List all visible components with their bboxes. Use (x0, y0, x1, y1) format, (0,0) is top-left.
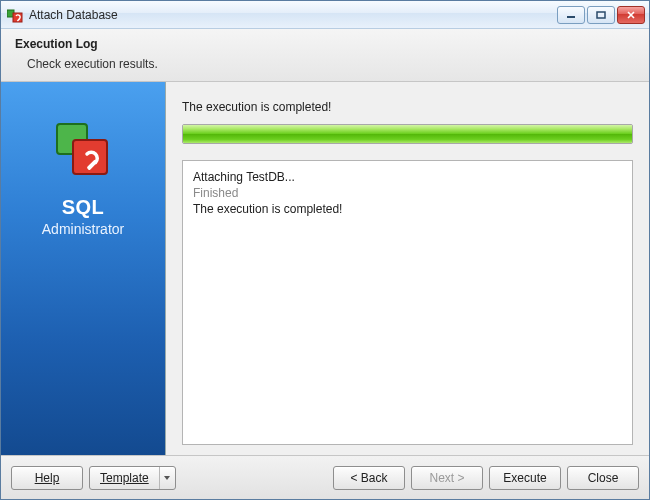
progress-fill (183, 125, 632, 143)
close-window-button[interactable] (617, 6, 645, 24)
help-button[interactable]: Help (11, 466, 83, 490)
close-button[interactable]: Close (567, 466, 639, 490)
maximize-button[interactable] (587, 6, 615, 24)
window-controls (557, 6, 645, 24)
main-panel: The execution is completed! Attaching Te… (166, 82, 649, 455)
product-title: SQL (62, 196, 105, 219)
dialog-window: Attach Database Execution Log Check exec… (0, 0, 650, 500)
next-button: Next > (411, 466, 483, 490)
log-output[interactable]: Attaching TestDB...FinishedThe execution… (182, 160, 633, 445)
maximize-icon (596, 11, 606, 19)
window-title: Attach Database (29, 8, 557, 22)
chevron-down-icon (164, 476, 170, 480)
close-icon (626, 11, 636, 19)
execute-button-label: Execute (503, 471, 546, 485)
template-dropdown-toggle[interactable] (159, 467, 175, 489)
back-button[interactable]: < Back (333, 466, 405, 490)
progress-bar (182, 124, 633, 144)
svg-rect-4 (597, 12, 605, 18)
app-icon (7, 7, 23, 23)
sidebar: SQL Administrator (1, 82, 166, 455)
button-bar: Help Template < Back Next > Execute Clos… (1, 455, 649, 499)
titlebar[interactable]: Attach Database (1, 1, 649, 29)
svg-rect-3 (567, 16, 575, 18)
status-text: The execution is completed! (182, 100, 633, 114)
product-icon (51, 118, 115, 182)
log-line: Finished (193, 185, 622, 201)
content-row: SQL Administrator The execution is compl… (1, 82, 649, 455)
header-panel: Execution Log Check execution results. (1, 29, 649, 82)
execute-button[interactable]: Execute (489, 466, 561, 490)
minimize-button[interactable] (557, 6, 585, 24)
template-button[interactable]: Template (89, 466, 176, 490)
back-button-label: < Back (350, 471, 387, 485)
product-subtitle: Administrator (42, 221, 124, 237)
minimize-icon (566, 11, 576, 19)
help-button-label: Help (35, 471, 60, 485)
page-subtitle: Check execution results. (27, 57, 635, 71)
template-button-label: Template (90, 467, 159, 489)
close-button-label: Close (588, 471, 619, 485)
page-title: Execution Log (15, 37, 635, 51)
log-line: The execution is completed! (193, 201, 622, 217)
log-line: Attaching TestDB... (193, 169, 622, 185)
next-button-label: Next > (429, 471, 464, 485)
